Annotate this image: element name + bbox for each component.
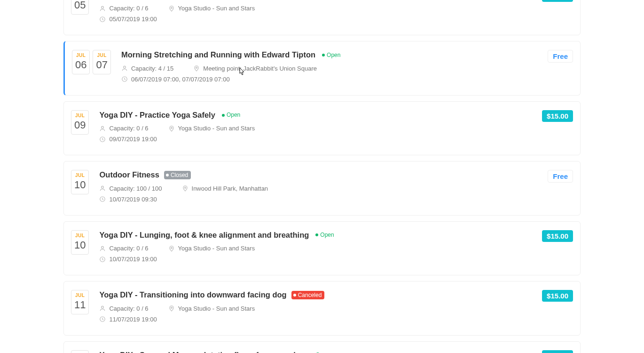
clock-icon bbox=[99, 136, 106, 143]
map-pin-icon bbox=[168, 5, 175, 12]
datetime: 09/07/2019 19:00 bbox=[99, 136, 157, 143]
meta-row: Capacity: 0 / 6Yoga Studio - Sun and Sta… bbox=[99, 305, 533, 312]
event-title[interactable]: Yoga DIY - Practice Yoga Safely bbox=[99, 110, 215, 120]
clock-icon bbox=[99, 16, 106, 23]
svg-point-1 bbox=[171, 7, 172, 8]
capacity-text: Capacity: 0 / 6 bbox=[109, 5, 148, 12]
event-card[interactable]: JUL05Yoga DIY - Sun and Moon salutation … bbox=[63, 0, 581, 35]
map-pin-icon bbox=[193, 65, 200, 72]
date-month: JUL bbox=[96, 53, 107, 58]
event-title[interactable]: Morning Stretching and Running with Edwa… bbox=[121, 50, 315, 60]
meta-row: Capacity: 0 / 6Yoga Studio - Sun and Sta… bbox=[99, 5, 533, 12]
event-body: Outdoor FitnessClosedCapacity: 100 / 100… bbox=[99, 170, 538, 206]
status-label: Open bbox=[315, 351, 329, 353]
location-text: Yoga Studio - Sun and Stars bbox=[178, 125, 255, 132]
datetime-text: 10/07/2019 09:30 bbox=[109, 196, 157, 203]
date-day: 07 bbox=[96, 60, 107, 70]
price: $15.00 bbox=[542, 0, 573, 2]
status-badge-open: Open bbox=[220, 111, 243, 120]
event-body: Yoga DIY - Sun and Moon salutation flows… bbox=[99, 0, 533, 26]
status-label: Closed bbox=[171, 171, 188, 179]
meta-row: Capacity: 0 / 6Yoga Studio - Sun and Sta… bbox=[99, 125, 533, 132]
price: Free bbox=[548, 170, 573, 183]
location: Yoga Studio - Sun and Stars bbox=[168, 5, 255, 12]
location-text: Inwood Hill Park, Manhattan bbox=[192, 185, 268, 192]
date-day: 10 bbox=[74, 240, 86, 250]
capacity: Capacity: 4 / 15 bbox=[121, 65, 173, 72]
event-title[interactable]: Yoga DIY - Lunging, foot & knee alignmen… bbox=[99, 230, 309, 240]
date-badge: JUL06 bbox=[72, 50, 90, 74]
date-month: JUL bbox=[74, 113, 86, 118]
svg-point-4 bbox=[196, 67, 197, 69]
map-pin-icon bbox=[168, 305, 175, 312]
date-badge: JUL10 bbox=[71, 230, 89, 255]
clock-icon bbox=[99, 316, 106, 322]
svg-point-10 bbox=[184, 187, 186, 189]
datetime: 05/07/2019 19:00 bbox=[99, 16, 157, 23]
event-card[interactable]: JUL06JUL07Morning Stretching and Running… bbox=[63, 41, 581, 95]
event-card[interactable]: JUL11Yoga DIY - Transitioning into downw… bbox=[63, 281, 581, 335]
event-card[interactable]: JUL12Yoga DIY - Sun and Moon salutation … bbox=[63, 341, 581, 353]
capacity-text: Capacity: 4 / 15 bbox=[131, 65, 173, 72]
price: Free bbox=[548, 50, 573, 63]
event-card[interactable]: JUL10Yoga DIY - Lunging, foot & knee ali… bbox=[63, 221, 581, 275]
status-label: Open bbox=[327, 51, 340, 59]
status-badge-closed: Closed bbox=[164, 171, 191, 180]
capacity: Capacity: 0 / 6 bbox=[99, 305, 148, 312]
svg-point-13 bbox=[171, 247, 172, 249]
event-card[interactable]: JUL09Yoga DIY - Practice Yoga SafelyOpen… bbox=[63, 101, 581, 155]
price-badge: $15.00 bbox=[542, 0, 573, 2]
svg-point-16 bbox=[171, 307, 172, 309]
datetime: 10/07/2019 19:00 bbox=[99, 256, 157, 263]
date-badge-group: JUL12 bbox=[71, 350, 89, 353]
date-badge: JUL12 bbox=[71, 350, 89, 353]
date-badge-group: JUL06JUL07 bbox=[72, 50, 111, 74]
person-icon bbox=[99, 185, 106, 192]
location: Yoga Studio - Sun and Stars bbox=[168, 305, 255, 312]
clock-icon bbox=[99, 196, 106, 202]
date-badge-group: JUL05 bbox=[71, 0, 89, 15]
meta-row: 06/07/2019 07:00, 07/07/2019 07:00 bbox=[121, 76, 538, 83]
meta-row: Capacity: 4 / 15Meeting point: JackRabbi… bbox=[121, 65, 538, 72]
price-badge: $15.00 bbox=[542, 290, 573, 302]
person-icon bbox=[121, 65, 128, 72]
meta-row: 05/07/2019 19:00 bbox=[99, 16, 533, 23]
price: $15.00 bbox=[542, 110, 573, 122]
datetime-text: 10/07/2019 19:00 bbox=[109, 256, 157, 263]
svg-point-12 bbox=[102, 246, 104, 249]
event-title[interactable]: Outdoor Fitness bbox=[99, 170, 159, 180]
date-day: 10 bbox=[74, 180, 86, 190]
status-dot-icon bbox=[166, 174, 169, 176]
meta-row: 09/07/2019 19:00 bbox=[99, 136, 533, 143]
status-dot-icon bbox=[293, 294, 296, 297]
date-badge: JUL09 bbox=[71, 110, 89, 135]
map-pin-icon bbox=[168, 245, 175, 252]
location: Inwood Hill Park, Manhattan bbox=[182, 185, 268, 192]
meta-row: 10/07/2019 09:30 bbox=[99, 196, 538, 203]
price-badge: Free bbox=[548, 50, 573, 63]
svg-point-7 bbox=[171, 127, 172, 128]
person-icon bbox=[99, 245, 106, 252]
capacity-text: Capacity: 0 / 6 bbox=[109, 305, 148, 312]
event-title[interactable]: Yoga DIY - Sun and Moon salutation flows… bbox=[99, 350, 304, 353]
location: Meeting point: JackRabbit's Union Square bbox=[193, 65, 317, 72]
location-text: Meeting point: JackRabbit's Union Square bbox=[203, 65, 317, 72]
event-body: Yoga DIY - Practice Yoga SafelyOpenCapac… bbox=[99, 110, 533, 146]
status-badge-open: Open bbox=[309, 351, 332, 353]
date-day: 09 bbox=[74, 120, 86, 130]
event-card[interactable]: JUL10Outdoor FitnessClosedCapacity: 100 … bbox=[63, 161, 581, 215]
event-title[interactable]: Yoga DIY - Transitioning into downward f… bbox=[99, 290, 286, 300]
location: Yoga Studio - Sun and Stars bbox=[168, 245, 255, 252]
date-badge: JUL10 bbox=[71, 170, 89, 194]
price-badge: $15.00 bbox=[542, 230, 573, 242]
meta-row: 10/07/2019 19:00 bbox=[99, 256, 533, 263]
status-dot-icon bbox=[315, 233, 318, 236]
meta-row: Capacity: 0 / 6Yoga Studio - Sun and Sta… bbox=[99, 245, 533, 252]
location-text: Yoga Studio - Sun and Stars bbox=[178, 305, 255, 312]
event-title-row: Yoga DIY - Practice Yoga SafelyOpen bbox=[99, 110, 533, 120]
event-title-row: Outdoor FitnessClosed bbox=[99, 170, 538, 180]
status-dot-icon bbox=[222, 114, 225, 117]
location: Yoga Studio - Sun and Stars bbox=[168, 125, 255, 132]
date-badge-group: JUL10 bbox=[71, 170, 89, 194]
price: $15.00 bbox=[542, 290, 573, 302]
